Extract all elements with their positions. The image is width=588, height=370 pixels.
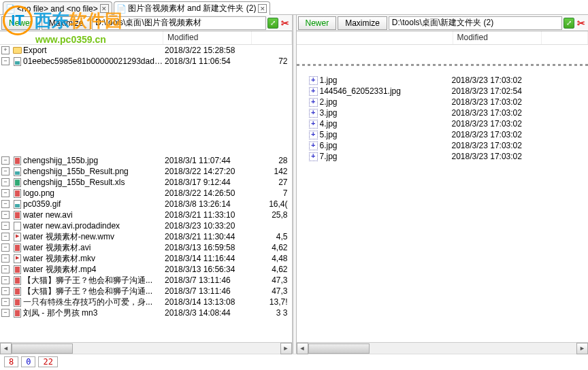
file-row[interactable]: water new.avi2018/3/21 11:33:1025,8 xyxy=(0,209,292,220)
file-row[interactable]: 01eebec5985e81b00000021293dad40.j...2018… xyxy=(0,56,292,67)
expander-icon[interactable] xyxy=(1,287,10,295)
file-icon xyxy=(12,308,22,318)
col-modified[interactable]: Modified xyxy=(453,31,542,44)
left-filelist[interactable]: Export2018/3/22 15:28:5801eebec5985e81b0… xyxy=(0,45,292,342)
file-row[interactable]: 7.jpg2018/3/23 17:03:02 xyxy=(297,151,589,162)
status-count-a: 8 xyxy=(4,356,18,367)
file-row[interactable]: 2.jpg2018/3/23 17:03:02 xyxy=(297,97,589,107)
file-icon xyxy=(12,167,22,176)
file-icon xyxy=(12,265,22,274)
tab-nofile[interactable]: 📄 <no file> and <no file> ✕ xyxy=(3,1,112,15)
file-row[interactable]: pc0359.gif2018/3/8 13:26:1416,4( xyxy=(0,199,292,209)
status-bar: 8 0 22 xyxy=(0,354,588,369)
file-row[interactable]: 【大猫】狮子王？他会和狮子沟通...2018/3/7 13:11:4647,3 xyxy=(0,275,292,286)
file-name: water 视频素材.mkv xyxy=(23,253,165,265)
expander-icon[interactable] xyxy=(1,222,10,230)
file-row[interactable]: 4.jpg2018/3/23 17:03:02 xyxy=(297,118,589,129)
file-row[interactable]: 6.jpg2018/3/23 17:03:02 xyxy=(297,140,589,151)
scroll-thumb[interactable] xyxy=(12,343,73,354)
file-name: water 视频素材.avi xyxy=(23,242,165,254)
file-icon xyxy=(12,243,22,252)
cut-icon[interactable]: ✂ xyxy=(576,18,587,29)
scroll-right-icon[interactable]: ► xyxy=(576,343,588,354)
expander-icon[interactable] xyxy=(1,254,10,263)
expander-icon[interactable] xyxy=(1,276,10,284)
expander-icon[interactable] xyxy=(1,265,10,273)
file-row[interactable]: chengshijg_155b.jpg2018/3/1 11:07:4428 xyxy=(0,155,292,166)
file-row[interactable]: chengshijg_155b_Result.png2018/3/22 14:2… xyxy=(0,166,292,177)
newer-button[interactable]: Newer xyxy=(298,16,337,30)
tab-folders[interactable]: 📄 图片音视频素材 and 新建文件夹 (2) ✕ xyxy=(114,1,271,15)
maximize-button[interactable]: Maximize xyxy=(42,16,91,30)
file-row[interactable]: 1.jpg2018/3/23 17:03:02 xyxy=(297,75,589,86)
file-size: 27 xyxy=(253,178,291,187)
path-input[interactable]: D:\tools\桌面\新建文件夹 (2) xyxy=(389,16,562,30)
left-hscrollbar[interactable]: ◄ ► xyxy=(0,342,292,354)
right-hscrollbar[interactable]: ◄ ► xyxy=(297,342,589,354)
expander-icon[interactable] xyxy=(1,167,10,175)
expander-icon[interactable] xyxy=(1,200,10,208)
file-name: 144546_62052331.jpg xyxy=(320,86,452,96)
file-name: chengshijg_155b_Result.png xyxy=(23,167,165,176)
file-name: 3.jpg xyxy=(320,108,452,118)
expander-icon[interactable] xyxy=(1,233,10,241)
file-name: pc0359.gif xyxy=(23,199,165,209)
expander-icon[interactable] xyxy=(1,211,10,219)
scroll-right-icon[interactable]: ► xyxy=(280,343,292,354)
status-count-b: 0 xyxy=(21,356,35,367)
right-toolbar: Newer Maximize D:\tools\桌面\新建文件夹 (2) ✂ xyxy=(297,15,589,31)
file-icon xyxy=(12,46,22,55)
file-row[interactable]: water 视频素材.mkv2018/3/14 11:16:444,48 xyxy=(0,253,292,264)
tab-label: 图片音视频素材 and 新建文件夹 (2) xyxy=(128,3,257,14)
file-row[interactable]: water 视频素材.avi2018/3/13 16:59:584,62 xyxy=(0,242,292,253)
scroll-left-icon[interactable]: ◄ xyxy=(0,343,12,354)
file-row[interactable]: chengshijg_155b_Result.xls2018/3/17 9:12… xyxy=(0,177,292,188)
file-modified: 2018/3/1 11:06:54 xyxy=(165,56,253,66)
file-modified: 2018/3/23 17:03:02 xyxy=(452,130,540,139)
path-input[interactable]: D:\tools\桌面\图片音视频素材 xyxy=(92,16,265,30)
file-row[interactable]: water new.avi.prodadindex2018/3/23 10:33… xyxy=(0,220,292,231)
maximize-button[interactable]: Maximize xyxy=(338,16,387,30)
expander-icon[interactable] xyxy=(1,243,10,252)
expander-icon[interactable] xyxy=(1,57,10,65)
file-row[interactable]: water 视频素材-new.wmv2018/3/21 11:30:444,5 xyxy=(0,231,292,242)
file-row[interactable]: 144546_62052331.jpg2018/3/23 17:02:54 xyxy=(297,86,589,97)
col-name[interactable] xyxy=(297,31,453,44)
expander-icon[interactable] xyxy=(1,189,10,197)
expander-icon[interactable] xyxy=(1,156,10,165)
refresh-icon[interactable] xyxy=(267,18,278,29)
tab-label: <no file> and <no file> xyxy=(17,4,98,14)
col-size[interactable] xyxy=(542,31,589,44)
scroll-thumb[interactable] xyxy=(308,343,370,354)
file-modified: 2018/3/22 14:26:50 xyxy=(165,188,253,198)
file-size: 142 xyxy=(253,167,291,176)
expander-icon[interactable] xyxy=(1,46,10,54)
close-icon[interactable]: ✕ xyxy=(258,4,267,13)
file-name: 7.jpg xyxy=(320,152,452,161)
refresh-icon[interactable] xyxy=(564,18,574,29)
add-file-icon xyxy=(309,86,318,96)
file-row[interactable]: logo.png2018/3/22 14:26:507 xyxy=(0,188,292,199)
file-size: 47,3 xyxy=(253,275,291,285)
col-name[interactable] xyxy=(0,31,163,44)
file-modified: 2018/3/7 13:11:46 xyxy=(165,286,253,296)
file-row[interactable]: water 视频素材.mp42018/3/13 16:56:344,62 xyxy=(0,264,292,275)
expander-icon[interactable] xyxy=(1,309,10,317)
right-filelist[interactable]: 1.jpg2018/3/23 17:03:02144546_62052331.j… xyxy=(297,45,589,342)
file-row[interactable]: 3.jpg2018/3/23 17:03:02 xyxy=(297,107,589,118)
file-row[interactable]: 5.jpg2018/3/23 17:03:02 xyxy=(297,129,589,140)
col-size[interactable] xyxy=(252,31,292,44)
expander-icon[interactable] xyxy=(1,178,10,186)
file-row[interactable]: 一只有特殊生存技巧的小可爱，身...2018/3/14 13:13:0813,7… xyxy=(0,297,292,307)
col-modified[interactable]: Modified xyxy=(163,31,252,44)
cut-icon[interactable]: ✂ xyxy=(280,18,291,29)
file-row[interactable]: 【大猫】狮子王？他会和狮子沟通...2018/3/7 13:11:4647,3 xyxy=(0,286,292,297)
newer-button[interactable]: Newer xyxy=(1,16,40,30)
file-row[interactable]: Export2018/3/22 15:28:58 xyxy=(0,45,292,56)
expander-icon[interactable] xyxy=(1,298,10,306)
file-modified: 2018/3/8 13:26:14 xyxy=(165,199,253,209)
file-icon xyxy=(12,156,22,165)
close-icon[interactable]: ✕ xyxy=(100,4,109,13)
file-row[interactable]: 刘凤 - 那个男孩 mn32018/3/3 14:08:443 3 xyxy=(0,307,292,318)
scroll-left-icon[interactable]: ◄ xyxy=(297,343,308,354)
